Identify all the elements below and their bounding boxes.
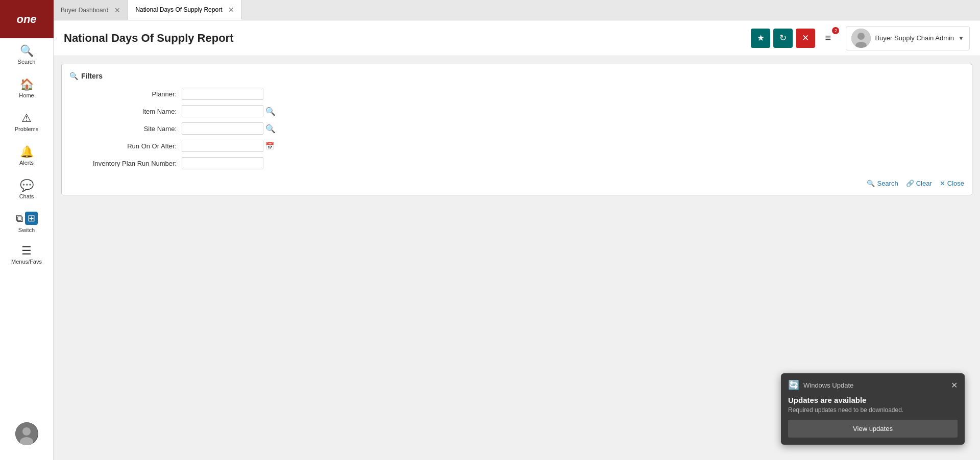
search-icon: 🔍	[20, 45, 34, 57]
sidebar-item-menus-label: Menus/Favs	[11, 259, 42, 265]
close-action-link[interactable]: ✕ Close	[940, 180, 964, 187]
switch-icons-row: ⧉ ⊞	[16, 212, 38, 225]
chat-icon: 💬	[20, 180, 34, 191]
sidebar-item-switch-label: Switch	[18, 227, 35, 233]
sidebar-item-chats-label: Chats	[19, 193, 34, 199]
toast-title: Windows Update	[803, 381, 947, 389]
close-button[interactable]: ✕	[796, 29, 815, 48]
toast-body: Updates are available Required updates n…	[781, 395, 965, 445]
sidebar-item-alerts[interactable]: 🔔 Alerts	[0, 139, 53, 173]
close-action-icon: ✕	[940, 180, 945, 187]
item-name-input-group: 🔍	[182, 105, 276, 117]
sidebar-bottom	[11, 415, 42, 460]
filter-row-run-on-or-after: Run On Or After: 📅	[69, 140, 964, 152]
filter-row-item-name: Item Name: 🔍	[69, 105, 964, 117]
switch-badge: ⊞	[25, 212, 38, 225]
tab-buyer-dashboard[interactable]: Buyer Dashboard ✕	[54, 0, 128, 20]
sidebar-item-problems-label: Problems	[15, 126, 38, 132]
home-icon: 🏠	[20, 79, 34, 90]
filter-label-planner: Planner:	[69, 90, 182, 98]
clear-action-label: Clear	[916, 180, 932, 187]
logo-text: one	[16, 13, 36, 26]
warning-icon: ⚠	[21, 113, 32, 124]
run-on-or-after-input-group: 📅	[182, 140, 274, 152]
clear-action-link[interactable]: 🔗 Clear	[906, 180, 932, 187]
sidebar-item-problems[interactable]: ⚠ Problems	[0, 106, 53, 139]
item-name-search-icon[interactable]: 🔍	[265, 107, 276, 116]
filter-input-planner[interactable]	[182, 88, 263, 100]
menu-icon: ☰	[21, 245, 32, 257]
notification-wrapper: ★	[751, 29, 770, 48]
filter-row-site-name: Site Name: 🔍	[69, 122, 964, 135]
filter-input-site-name[interactable]	[182, 122, 263, 135]
sidebar: one 🔍 Search 🏠 Home ⚠ Problems 🔔 Alerts …	[0, 0, 54, 460]
windows-update-toast: 🔄 Windows Update ✕ Updates are available…	[781, 373, 965, 445]
filter-label-site-name: Site Name:	[69, 125, 182, 133]
close-action-label: Close	[947, 180, 964, 187]
sidebar-item-home[interactable]: 🏠 Home	[0, 72, 53, 106]
filters-header: 🔍 Filters	[69, 72, 964, 80]
filter-input-inventory-plan[interactable]	[182, 157, 263, 169]
sidebar-item-alerts-label: Alerts	[19, 160, 34, 166]
toast-header: 🔄 Windows Update ✕	[781, 373, 965, 395]
sidebar-item-avatar[interactable]	[11, 415, 42, 452]
filter-label-run-on-or-after: Run On Or After:	[69, 142, 182, 150]
filter-input-run-on-or-after[interactable]	[182, 140, 263, 152]
filters-actions: 🔍 Search 🔗 Clear ✕ Close	[69, 174, 964, 187]
tab-national-days-close[interactable]: ✕	[228, 6, 234, 14]
filter-row-inventory-plan: Inventory Plan Run Number:	[69, 157, 964, 169]
header-actions: ★ ↻ ✕ ≡ 2 Buyer Supply Chain Admin ▼	[751, 26, 970, 50]
user-avatar-sidebar	[15, 422, 38, 445]
filter-label-item-name: Item Name:	[69, 108, 182, 115]
user-name: Buyer Supply Chain Admin	[875, 34, 954, 42]
filters-panel: 🔍 Filters Planner: Item Name: 🔍 Site Nam…	[61, 64, 972, 195]
toast-icon: 🔄	[788, 379, 799, 391]
search-action-link[interactable]: 🔍 Search	[867, 180, 898, 187]
calendar-icon[interactable]: 📅	[265, 142, 274, 150]
user-dropdown[interactable]: Buyer Supply Chain Admin ▼	[846, 26, 970, 50]
toast-main-title: Updates are available	[788, 396, 958, 404]
tab-buyer-dashboard-label: Buyer Dashboard	[61, 7, 108, 14]
sidebar-item-search[interactable]: 🔍 Search	[0, 38, 53, 72]
toast-description: Required updates need to be downloaded.	[788, 406, 958, 414]
search-action-icon: 🔍	[867, 180, 875, 187]
refresh-button[interactable]: ↻	[773, 29, 793, 48]
page-header: National Days Of Supply Report ★ ↻ ✕ ≡ 2	[54, 20, 980, 56]
filter-row-planner: Planner:	[69, 88, 964, 100]
menu-btn-wrapper: ≡ 2	[818, 29, 838, 48]
bell-icon: 🔔	[20, 146, 34, 158]
tab-national-days-label: National Days Of Supply Report	[135, 6, 222, 13]
sidebar-item-menus[interactable]: ☰ Menus/Favs	[0, 238, 53, 272]
filter-input-item-name[interactable]	[182, 105, 263, 117]
tab-bar: Buyer Dashboard ✕ National Days Of Suppl…	[54, 0, 980, 20]
sidebar-item-chats[interactable]: 💬 Chats	[0, 173, 53, 207]
clear-action-icon: 🔗	[906, 180, 914, 187]
sidebar-item-search-label: Search	[18, 59, 36, 65]
notification-badge: 2	[832, 27, 839, 34]
filter-search-icon: 🔍	[69, 72, 78, 80]
tab-buyer-dashboard-close[interactable]: ✕	[114, 6, 120, 14]
filters-title: Filters	[81, 72, 103, 80]
switch-layers-icon: ⧉	[16, 213, 23, 224]
search-action-label: Search	[877, 180, 898, 187]
star-button[interactable]: ★	[751, 29, 770, 48]
app-logo[interactable]: one	[0, 0, 54, 38]
site-name-search-icon[interactable]: 🔍	[265, 124, 276, 134]
sidebar-item-switch[interactable]: ⧉ ⊞ Switch	[0, 207, 53, 238]
page-title: National Days Of Supply Report	[64, 32, 751, 45]
svg-point-1	[22, 427, 31, 436]
dropdown-arrow-icon: ▼	[958, 35, 964, 42]
svg-point-4	[857, 33, 865, 40]
toast-close-button[interactable]: ✕	[951, 380, 958, 390]
view-updates-button[interactable]: View updates	[788, 420, 958, 438]
user-avatar-header	[851, 29, 871, 48]
sidebar-item-home-label: Home	[19, 92, 34, 98]
site-name-input-group: 🔍	[182, 122, 276, 135]
tab-national-days[interactable]: National Days Of Supply Report ✕	[128, 0, 242, 20]
filter-label-inventory-plan: Inventory Plan Run Number:	[69, 160, 182, 167]
